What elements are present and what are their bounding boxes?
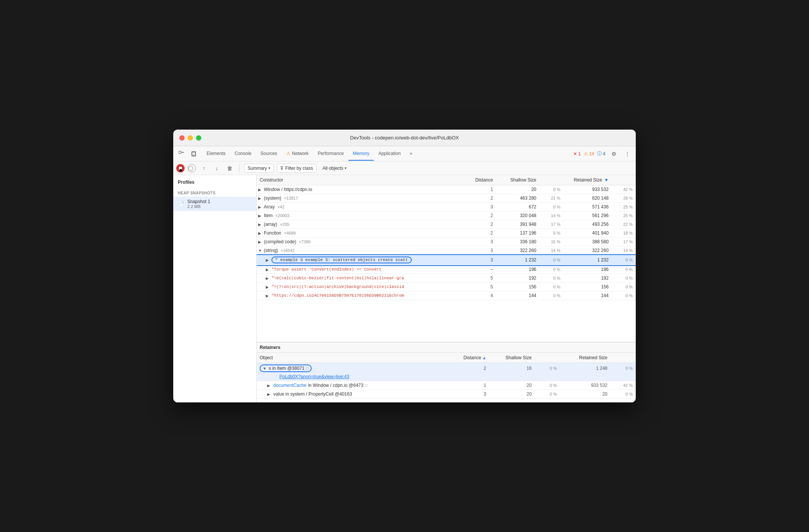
expand-icon[interactable]: ▶ bbox=[258, 205, 263, 209]
shallow-cell: 137 196 bbox=[496, 229, 539, 238]
tab-console[interactable]: Console bbox=[230, 147, 256, 161]
table-row[interactable]: ▶"https://cdpn.io2AC766158D5B7507E170156… bbox=[257, 291, 636, 300]
upload-button[interactable]: ↑ bbox=[199, 163, 209, 173]
constructor-cell: ▶(array)×255 bbox=[257, 220, 458, 229]
settings-icon[interactable]: ⚙ bbox=[608, 149, 619, 159]
window-title: DevTools - codepen.io/web-dot-dev/live/P… bbox=[350, 135, 459, 141]
expand-icon[interactable]: ▶ bbox=[258, 196, 263, 200]
secondary-toolbar: ● ⃝ ↑ ↓ 🗑 Summary ▾ ⊽ Filter by class Al… bbox=[173, 161, 636, 175]
table-row[interactable]: ▶(array)×2552391 94817 %493 25622 % bbox=[257, 220, 636, 229]
expand-icon[interactable]: ▶ bbox=[258, 188, 263, 192]
table-header-row: Constructor Distance Shallow Size bbox=[257, 175, 636, 185]
device-icon[interactable] bbox=[188, 149, 199, 159]
top-toolbar: Elements Console Sources ⚠ Network Perfo… bbox=[173, 146, 636, 161]
table-row[interactable]: ▶(system)×138172463 28021 %620 14828 % bbox=[257, 194, 636, 203]
table-row[interactable]: ▶"Torque assert 'Convert(endIndex) <= Co… bbox=[257, 265, 636, 274]
retained-pct-cell: 14 % bbox=[611, 246, 636, 255]
retained-cell: 561 296 bbox=[563, 211, 611, 220]
expand-icon[interactable]: ▶ bbox=[258, 214, 263, 218]
constructor-cell: ▶Item×20003 bbox=[257, 211, 458, 220]
retainer-object-cell-3: ▶ value in system / PropertyCell @40163 bbox=[257, 390, 449, 399]
distance-cell: 3 bbox=[458, 203, 496, 211]
retainer-dc-label: documentCache bbox=[273, 383, 306, 388]
shallow-cell: 672 bbox=[496, 203, 539, 211]
table-row[interactable]: ▶Array×4236720 %571 43625 % bbox=[257, 203, 636, 211]
sidebar: Profiles HEAP SNAPSHOTS 📄 Snapshot 1 2.2… bbox=[173, 175, 257, 402]
filter-by-class-button[interactable]: ⊽ Filter by class bbox=[277, 164, 316, 173]
retained-cell: 144 bbox=[563, 291, 611, 300]
table-row[interactable]: ▶"^(?!on|src|(?:action|archive|backgroun… bbox=[257, 283, 636, 291]
info-badge[interactable]: ⓘ 4 bbox=[597, 150, 605, 157]
retainer-row-3[interactable]: ▶ value in system / PropertyCell @40163 … bbox=[257, 390, 636, 399]
title-bar: DevTools - codepen.io/web-dot-dev/live/P… bbox=[173, 130, 636, 146]
record-button[interactable]: ● bbox=[176, 164, 185, 172]
constructor-cell: ▶Function×4689 bbox=[257, 229, 458, 238]
shallow-cell: 1 232 bbox=[496, 255, 539, 265]
expand-icon[interactable]: ▶ bbox=[258, 231, 263, 235]
expand-icon[interactable]: ▶ bbox=[266, 268, 270, 272]
table-row[interactable]: ▶Function×46892137 1966 %401 94018 % bbox=[257, 229, 636, 238]
expand-icon[interactable]: ▶ bbox=[266, 258, 270, 262]
retainer-in-label: in Window / cdpn.io @6473 bbox=[308, 383, 363, 388]
traffic-lights bbox=[179, 135, 201, 141]
expand-icon[interactable]: ▶ bbox=[266, 294, 270, 298]
expand-icon[interactable]: ▼ bbox=[258, 249, 263, 253]
header-retained: Retained Size ▼ bbox=[563, 175, 611, 185]
inspect-icon[interactable] bbox=[176, 149, 187, 159]
distance-cell: – bbox=[458, 265, 496, 274]
more-options-icon[interactable]: ⋮ bbox=[622, 149, 633, 159]
retainer-expand-icon[interactable]: ▼ bbox=[263, 366, 267, 371]
expand-icon[interactable]: ▶ bbox=[266, 276, 270, 280]
retained-cell: 933 532 bbox=[563, 185, 611, 194]
retainer-object-cell: ▼ x in Item @38071 □ bbox=[257, 363, 449, 374]
retainer-retained-3: 20 bbox=[560, 390, 610, 399]
retainers-table: Object Distance ▲ Shallow Size bbox=[257, 353, 636, 399]
snapshot-item[interactable]: 📄 Snapshot 1 2.2 MB bbox=[173, 197, 256, 211]
expand-icon[interactable]: ▶ bbox=[258, 222, 263, 227]
retainer-expand-icon-2[interactable]: ▶ bbox=[267, 383, 272, 388]
warning-badge[interactable]: ⚠ 14 bbox=[584, 151, 594, 156]
close-button[interactable] bbox=[179, 135, 185, 141]
maximize-button[interactable] bbox=[196, 135, 201, 141]
retainer-row[interactable]: ▼ x in Item @38071 □ 2 16 0 % 1 248 bbox=[257, 363, 636, 374]
all-objects-dropdown[interactable]: All objects ▾ bbox=[320, 164, 350, 172]
tab-more[interactable]: » bbox=[405, 147, 417, 161]
tab-network[interactable]: ⚠ Network bbox=[282, 147, 313, 161]
table-row[interactable]: ▶" example 3 example 3: scattered object… bbox=[257, 255, 636, 265]
distance-cell: 2 bbox=[458, 220, 496, 229]
retainer-source-link[interactable]: PoLdb0X?anon=true&view=live:43 bbox=[279, 374, 349, 379]
separator bbox=[239, 164, 240, 172]
svg-point-5 bbox=[193, 155, 194, 156]
table-row[interactable]: ▶Item×200032320 04814 %561 29625 % bbox=[257, 211, 636, 220]
error-badge[interactable]: ✕ 1 bbox=[573, 151, 581, 156]
header-retained-pct bbox=[611, 175, 636, 185]
dropdown-arrow-icon: ▾ bbox=[268, 166, 270, 170]
clear-button[interactable]: ⃝ bbox=[188, 164, 196, 172]
expand-icon[interactable]: ▶ bbox=[258, 240, 263, 244]
heap-table-wrapper[interactable]: Constructor Distance Shallow Size bbox=[257, 175, 636, 342]
table-row[interactable]: ▶Window / https://cdpn.io1200 %933 53242… bbox=[257, 185, 636, 194]
retainer-window-icon: □ bbox=[306, 366, 309, 371]
shallow-pct-cell: 0 % bbox=[539, 291, 564, 300]
shallow-cell: 192 bbox=[496, 274, 539, 283]
tab-sources[interactable]: Sources bbox=[256, 147, 282, 161]
retainer-window-icon-2: □ bbox=[365, 383, 368, 388]
tab-application[interactable]: Application bbox=[374, 147, 405, 161]
constructor-cell: ▶(system)×13817 bbox=[257, 194, 458, 203]
tab-elements[interactable]: Elements bbox=[202, 147, 230, 161]
table-row[interactable]: ▶"\b(calc|cubic-bezier|fit-content|hsl|h… bbox=[257, 274, 636, 283]
table-row[interactable]: ▼(string)×165423322 26014 %322 26014 % bbox=[257, 246, 636, 255]
constructor-cell: ▶"https://cdpn.io2AC766158D5B7507E170156… bbox=[257, 291, 458, 300]
download-button[interactable]: ↓ bbox=[212, 163, 222, 173]
minimize-button[interactable] bbox=[188, 135, 193, 141]
header-distance: Distance bbox=[458, 175, 496, 185]
table-row[interactable]: ▶(compiled code)×73863336 18015 %388 580… bbox=[257, 238, 636, 246]
summary-dropdown[interactable]: Summary ▾ bbox=[244, 164, 274, 173]
retainer-row-2[interactable]: ▶ documentCache in Window / cdpn.io @647… bbox=[257, 381, 636, 390]
tab-performance[interactable]: Performance bbox=[313, 147, 348, 161]
expand-icon[interactable]: ▶ bbox=[266, 285, 270, 289]
tab-memory[interactable]: Memory bbox=[348, 147, 374, 161]
filter-icon: ⊽ bbox=[280, 166, 284, 171]
retainer-expand-icon-3[interactable]: ▶ bbox=[267, 392, 272, 396]
collect-garbage-button[interactable]: 🗑 bbox=[225, 163, 235, 173]
